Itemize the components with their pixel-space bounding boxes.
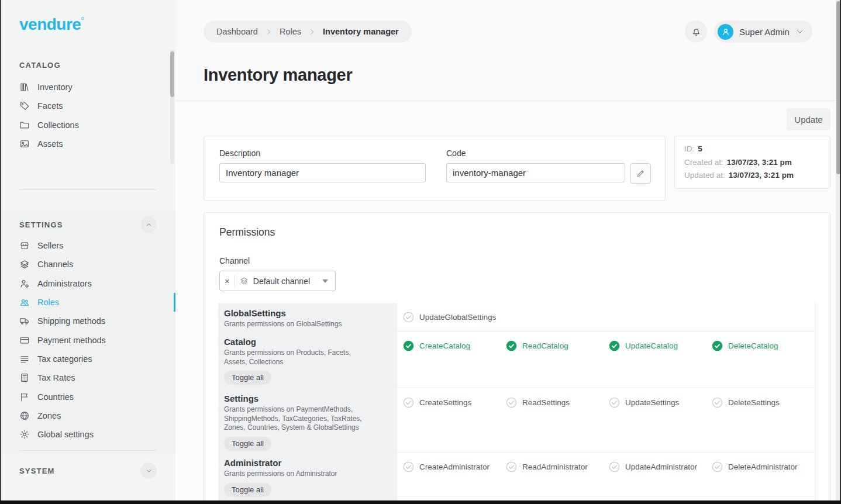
truck-icon (19, 316, 30, 326)
edit-code-button[interactable] (630, 163, 651, 184)
toggle-all-button[interactable]: Toggle all (224, 371, 271, 385)
top-header: Dashboard Roles Inventory manager Super … (175, 0, 841, 101)
sidebar-item-shipping-methods[interactable]: Shipping methods (19, 312, 106, 330)
admin-user-icon (19, 278, 30, 289)
meta-id-row: ID: 5 (684, 143, 821, 156)
active-item-indicator (174, 293, 175, 312)
notifications-button[interactable] (685, 20, 707, 43)
check-circle-icon (403, 312, 414, 323)
sidebar-item-collections[interactable]: Collections (19, 116, 79, 134)
permission-checkbox[interactable]: UpdateAdministrator (609, 460, 712, 474)
check-circle-icon (712, 340, 723, 351)
sidebar-item-label: Payment methods (37, 336, 106, 345)
user-menu-button[interactable]: Super Admin (714, 20, 812, 43)
sidebar-scrollbar-thumb[interactable] (170, 51, 174, 97)
check-circle-icon (609, 461, 620, 472)
breadcrumb-dashboard[interactable]: Dashboard (216, 27, 258, 36)
check-circle-icon (403, 397, 414, 408)
permission-checkbox[interactable]: DeleteSettings (712, 395, 815, 409)
check-circle-icon (712, 461, 723, 472)
breadcrumb-roles[interactable]: Roles (280, 27, 301, 36)
sidebar-item-sellers[interactable]: Sellers (19, 236, 106, 255)
sidebar-item-label: Assets (37, 139, 63, 149)
permission-label: CreateSettings (419, 398, 471, 407)
sidebar-item-tax-rates[interactable]: Tax Rates (19, 368, 106, 387)
permission-checkbox[interactable]: DeleteCatalog (712, 339, 815, 353)
permission-row-header: Catalog Grants permissions on Products, … (218, 332, 397, 388)
sidebar-item-inventory[interactable]: Inventory (19, 78, 79, 96)
permissions-grid: GlobalSettings Grants permissions on Glo… (218, 303, 816, 504)
sidebar-item-global-settings[interactable]: Global settings (19, 425, 106, 444)
divider (815, 303, 815, 504)
updated-at-label: Updated at: (684, 169, 725, 182)
permission-checkbox[interactable]: CreateAdministrator (403, 460, 506, 474)
sidebar-item-tax-categories[interactable]: Tax categories (19, 350, 106, 368)
sidebar-item-administrators[interactable]: Administrators (19, 274, 106, 293)
main-content: Update Description Code ID: 5 Created at… (175, 101, 836, 504)
chevron-right-icon (265, 28, 273, 36)
roles-group-icon (19, 297, 30, 308)
permission-checkbox[interactable]: UpdateGlobalSettings (403, 310, 506, 324)
permission-checkbox[interactable]: UpdateSettings (609, 395, 712, 409)
permission-checkbox-group: CreateCatalog ReadCatalog UpdateCatalog … (397, 332, 815, 388)
sidebar-item-label: Collections (37, 120, 79, 130)
sidebar-item-roles[interactable]: Roles (19, 293, 106, 312)
settings-collapse-button[interactable] (140, 216, 157, 233)
calculator-icon (19, 372, 30, 383)
divider (19, 450, 156, 451)
sidebar-item-facets[interactable]: Facets (19, 96, 79, 115)
permission-checkbox[interactable]: DeleteAdministrator (712, 460, 815, 474)
sidebar-section-settings: SETTINGS (19, 220, 63, 229)
sidebar-item-label: Inventory (37, 82, 73, 92)
description-input[interactable] (219, 163, 426, 182)
list-icon (19, 354, 30, 364)
layers-icon (240, 277, 249, 285)
chevron-right-icon (308, 28, 316, 36)
sidebar-item-assets[interactable]: Assets (19, 134, 79, 153)
permission-row-header: GlobalSettings Grants permissions on Glo… (218, 303, 397, 332)
channel-select[interactable]: × Default channel (219, 271, 336, 291)
permissions-title: Permissions (219, 226, 275, 239)
permission-label: CreateCatalog (419, 341, 470, 350)
logo-trademark-icon (81, 17, 84, 20)
chevron-up-icon (145, 221, 153, 229)
permission-checkbox[interactable]: CreateSettings (403, 395, 506, 409)
sidebar-item-channels[interactable]: Channels (19, 255, 106, 274)
update-button[interactable]: Update (787, 108, 830, 130)
inventory-icon (19, 82, 30, 92)
permission-label: CreateAdministrator (419, 462, 490, 471)
permission-label: ReadAdministrator (522, 462, 588, 471)
permission-checkbox[interactable]: CreateCatalog (403, 339, 506, 353)
permission-row-name: GlobalSettings (224, 308, 389, 318)
check-circle-icon (712, 397, 723, 408)
remove-channel-icon[interactable]: × (225, 277, 230, 285)
toggle-all-button[interactable]: Toggle all (224, 437, 271, 451)
sidebar-item-countries[interactable]: Countries (19, 387, 106, 406)
pencil-icon (636, 168, 646, 178)
permission-label: DeleteSettings (728, 398, 780, 407)
divider (235, 275, 235, 287)
sidebar-item-zones[interactable]: Zones (19, 406, 106, 425)
sidebar-item-label: Roles (37, 298, 59, 307)
sidebar-item-payment-methods[interactable]: Payment methods (19, 330, 106, 349)
permission-label: DeleteCatalog (728, 341, 778, 350)
system-expand-button[interactable] (140, 462, 157, 479)
permission-checkbox[interactable]: UpdateCatalog (609, 339, 712, 353)
permission-checkbox[interactable]: ReadAdministrator (506, 460, 609, 474)
layers-icon (19, 259, 30, 270)
user-name: Super Admin (739, 27, 790, 37)
sidebar-item-label: Facets (37, 101, 63, 111)
credit-card-icon (19, 335, 30, 346)
permission-label: UpdateAdministrator (625, 462, 697, 471)
toggle-all-button[interactable]: Toggle all (224, 483, 271, 497)
permission-row-name: Catalog (224, 337, 389, 347)
permission-checkbox[interactable]: ReadSettings (506, 395, 609, 409)
vendure-logo[interactable]: vendure (19, 15, 84, 34)
permission-row-description: Grants permissions on GlobalSettings (224, 320, 370, 329)
gear-icon (19, 429, 30, 440)
permission-row-header: Administrator Grants permissions on Admi… (218, 453, 397, 496)
sidebar-section-system: SYSTEM (19, 467, 55, 475)
code-input[interactable] (446, 163, 625, 182)
permission-row-header: Settings Grants permissions on PaymentMe… (218, 388, 397, 453)
permission-checkbox[interactable]: ReadCatalog (506, 339, 609, 353)
